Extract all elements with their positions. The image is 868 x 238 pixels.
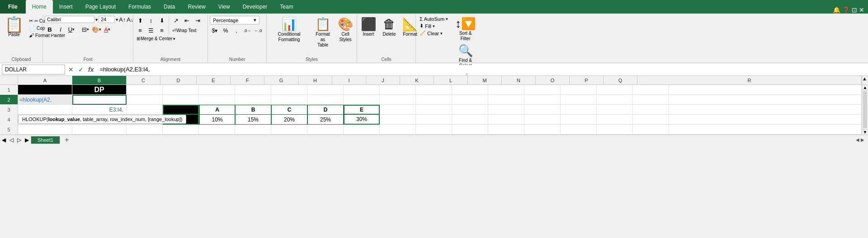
cell-r5[interactable] [669,125,862,135]
clear-button[interactable]: 🧹 Clear ▾ [418,30,450,37]
fill-color-button[interactable]: 🎨 ▾ [91,25,101,34]
cell-g1[interactable] [271,85,307,95]
tab-review[interactable]: Review [181,0,212,14]
cell-e2[interactable] [199,95,235,105]
cell-j4[interactable] [380,115,416,125]
cell-l1[interactable] [452,85,488,95]
font-size-increase-icon[interactable]: A↑ [119,16,126,23]
percent-button[interactable]: % [221,26,231,35]
col-header-q[interactable]: Q [604,76,637,84]
col-header-r[interactable]: R [637,76,862,84]
scroll-down-button[interactable]: ▼ [862,129,868,135]
cell-i1[interactable] [344,85,380,95]
tab-view[interactable]: View [212,0,236,14]
cell-r1[interactable] [669,85,862,95]
align-center-button[interactable]: ☰ [146,26,156,35]
format-as-table-button[interactable]: 📋 Format asTable [311,16,334,49]
cell-c3[interactable] [127,105,163,115]
align-left-button[interactable]: ≡ [135,26,145,35]
col-header-h[interactable]: H [298,76,332,84]
cell-k5[interactable] [416,125,452,135]
cell-a2[interactable]: =hlookup(A2, [18,95,72,105]
cell-c2[interactable] [127,95,163,105]
cell-q2[interactable] [633,95,669,105]
cell-j1[interactable] [380,85,416,95]
cell-d2[interactable] [163,95,199,105]
decimal-decrease-button[interactable]: ←.0 [253,26,263,35]
font-name-input[interactable] [45,16,94,23]
cell-k4[interactable] [416,115,452,125]
number-format-dropdown[interactable]: Percentage ▾ [210,16,259,24]
cell-r3[interactable] [669,105,862,115]
bold-button[interactable]: B [45,25,55,34]
scroll-thumb[interactable] [863,91,867,128]
sheet-nav-right[interactable]: ▶ [23,137,31,143]
tab-file[interactable]: File [0,0,26,14]
cell-n3[interactable] [524,105,561,115]
col-header-l[interactable]: L [434,76,468,84]
tab-insert[interactable]: Insert [53,0,79,14]
wrap-text-button[interactable]: ⏎ Wrap Text [171,26,198,35]
cell-k2[interactable] [416,95,452,105]
font-size-decrease-icon[interactable]: A↓ [127,16,133,23]
cell-p4[interactable] [597,115,633,125]
cell-f1[interactable] [235,85,271,95]
cell-d5[interactable] [163,125,199,135]
cell-a5[interactable] [18,125,72,135]
cell-l2[interactable] [452,95,488,105]
cell-p3[interactable] [597,105,633,115]
cell-q3[interactable] [633,105,669,115]
border-button[interactable]: ⊟ ▾ [80,25,90,34]
col-header-b[interactable]: B [72,76,127,84]
cell-d1[interactable] [163,85,199,95]
cell-o2[interactable] [561,95,597,105]
col-header-f[interactable]: F [231,76,264,84]
sheet-tab-scrollbar[interactable]: ◀ ▶ [856,137,864,142]
fill-button[interactable]: ⬇ Fill ▾ [418,23,450,29]
cell-p2[interactable] [597,95,633,105]
tab-page-layout[interactable]: Page Layout [79,0,122,14]
col-header-n[interactable]: N [502,76,536,84]
cell-h1[interactable] [307,85,344,95]
col-header-p[interactable]: P [570,76,604,84]
sheet-nav-left2[interactable]: ◁ [8,137,15,143]
col-header-d[interactable]: D [160,76,197,84]
indent-decrease-button[interactable]: ⇤ [182,16,192,25]
cell-r4[interactable] [669,115,862,125]
cancel-formula-button[interactable]: ✕ [67,66,75,73]
cell-n2[interactable] [524,95,561,105]
paste-button[interactable]: 📋 Paste [2,16,26,38]
cell-g3[interactable]: C [271,105,307,115]
cell-o5[interactable] [561,125,597,135]
cell-i3[interactable]: E [344,105,380,115]
insert-button[interactable]: ⬛ Insert [359,16,378,37]
align-top-button[interactable]: ⬆ [135,16,145,25]
cell-b5[interactable] [72,125,127,135]
minimize-icon[interactable]: 🔔 [833,6,840,14]
sort-filter-button[interactable]: ↕🔽 Sort &Filter [453,16,478,42]
col-header-k[interactable]: K [400,76,434,84]
cell-q5[interactable] [633,125,669,135]
cell-f5[interactable] [235,125,271,135]
cell-m1[interactable] [488,85,524,95]
fx-button[interactable]: fx [87,66,95,73]
cell-b2[interactable] [72,95,127,105]
autosum-button[interactable]: Σ AutoSum ▾ [418,16,450,22]
cell-styles-button[interactable]: 🎨 CellStyles [336,16,355,43]
cell-e4[interactable]: 10% [199,115,235,125]
cell-l3[interactable] [452,105,488,115]
cell-o3[interactable] [561,105,597,115]
cell-j3[interactable] [380,105,416,115]
cell-e5[interactable] [199,125,235,135]
decimal-increase-button[interactable]: .0→ [242,26,252,35]
cell-i5[interactable] [344,125,380,135]
cell-m5[interactable] [488,125,524,135]
cell-a3[interactable] [18,105,72,115]
tab-team[interactable]: Team [274,0,299,14]
delete-button[interactable]: 🗑 Delete [380,16,399,37]
cell-h2[interactable] [307,95,344,105]
col-header-j[interactable]: J [366,76,400,84]
cell-c5[interactable] [127,125,163,135]
cell-i4[interactable]: 30% [344,115,380,125]
tab-data[interactable]: Data [157,0,181,14]
